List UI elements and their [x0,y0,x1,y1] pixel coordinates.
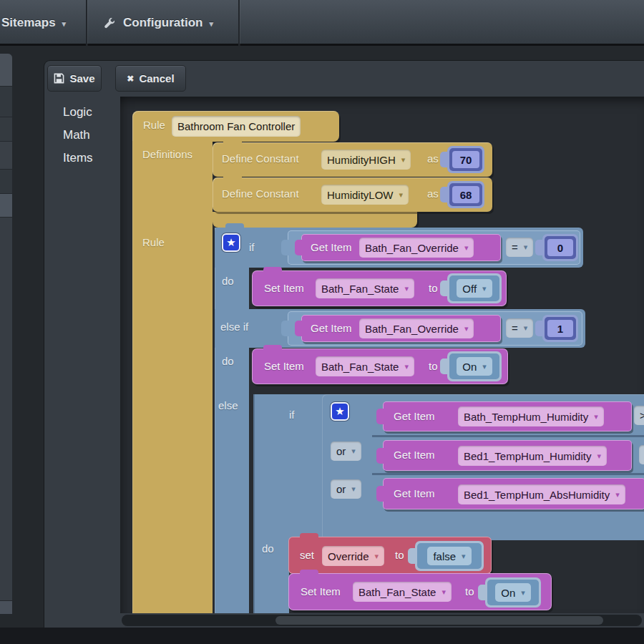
rule-block-header[interactable]: Rule Bathroom Fan Controller [132,111,339,142]
tab-configuration[interactable]: Configuration ▾ [103,0,213,46]
item-dropdown[interactable]: Bath_Fan_Override ▾ [359,238,474,258]
number-field[interactable]: 0 [547,239,573,256]
if-label: if [289,409,295,421]
chevron-down-icon: ▾ [524,323,528,333]
state-dropdown[interactable]: Off ▾ [457,279,492,298]
or-logic-block[interactable]: ★ Get Item Bath_TempHum_Humidity ▾ > or … [322,394,644,540]
mutator-star-icon[interactable]: ★ [331,402,349,421]
list-item[interactable] [0,170,12,194]
nested-if-body[interactable] [253,394,289,613]
chevron-down-icon: ▾ [351,447,356,456]
list-item[interactable] [0,87,12,117]
chevron-down-icon: ▾ [399,190,404,200]
else-if-label: else if [220,321,248,333]
chevron-down-icon: ▾ [404,284,409,293]
do-label: do [222,355,234,367]
list-item[interactable] [0,194,12,218]
item-dropdown[interactable]: Bath_TempHum_Humidity ▾ [458,406,604,426]
item-dropdown[interactable]: Bed1_TempHum_AbsHumidity ▾ [458,484,625,504]
value-socket: On ▾ [447,351,502,381]
get-item-block[interactable]: Get Item Bed1_TempHum_Humidity ▾ [383,440,632,471]
toolbox-category-items[interactable]: Items [63,151,113,168]
number-field[interactable]: 70 [452,151,479,168]
chevron-down-icon: ▾ [462,552,466,561]
item-dropdown[interactable]: Bath_Fan_State ▾ [353,582,452,602]
toolbox-category-math[interactable]: Math [63,128,113,145]
tab-sitemaps[interactable]: Sitemaps ▾ [1,0,66,46]
define-constant-block[interactable]: Define Constant HumidityLOW ▾ as 68 [213,177,492,212]
constant-dropdown[interactable]: HumidityLOW ▾ [321,185,409,205]
list-item[interactable] [0,601,12,614]
set-item-block[interactable]: Set Item Bath_Fan_State ▾ to On ▾ [252,348,508,384]
toolbox-category-logic[interactable]: Logic [63,105,113,122]
or-dropdown[interactable]: or ▾ [331,479,361,499]
item-dropdown[interactable]: Bed1_TempHum_Humidity ▾ [458,446,607,466]
define-constant-label: Define Constant [222,152,299,165]
rule-label: Rule [143,119,165,131]
set-item-label: Set Item [264,360,304,372]
as-label: as [427,187,439,200]
define-constant-block[interactable]: Define Constant HumidityHIGH ▾ as 70 [213,142,492,177]
chevron-down-icon: ▾ [521,588,525,597]
compare-block[interactable]: Get Item Bath_Fan_Override ▾ = ▾ 0 [288,230,580,265]
set-label: set [300,549,314,561]
chevron-down-icon: ▾ [597,452,601,461]
if-block-header[interactable]: ★ if Get Item Bath_Fan_Override ▾ = ▾ 0 [215,228,583,268]
rule-block-body[interactable]: Definitions Rule [132,141,213,613]
operator-dropdown[interactable]: = ▾ [506,318,533,338]
set-item-label: Set Item [301,585,341,597]
list-item[interactable] [0,142,12,170]
chevron-down-icon: ▾ [524,243,528,252]
item-dropdown[interactable]: Bath_Fan_Override ▾ [359,318,474,338]
list-item[interactable] [0,117,12,142]
get-item-block[interactable]: Get Item Bath_TempHum_Humidity ▾ [383,401,632,431]
set-item-block[interactable]: Set Item Bath_Fan_State ▾ to On ▾ [288,573,552,610]
set-item-block[interactable]: Set Item Bath_Fan_State ▾ to Off ▾ [252,270,507,306]
chevron-down-icon: ▾ [464,243,469,253]
get-item-block[interactable]: Get Item Bath_Fan_Override ▾ [301,315,501,342]
value-socket: false ▾ [415,541,484,571]
number-socket: 68 [447,181,484,208]
number-field[interactable]: 1 [547,320,573,337]
variable-dropdown[interactable]: Override ▾ [322,546,384,566]
get-item-label: Get Item [394,410,435,422]
or-dropdown[interactable]: or ▾ [331,441,361,461]
cancel-button-label: Cancel [139,72,174,84]
compare-block[interactable]: Get Item Bath_Fan_Override ▾ = ▾ 1 [288,311,582,346]
set-variable-block[interactable]: set Override ▾ to false ▾ [288,537,492,574]
close-icon: ✖ [127,74,134,84]
sidebar-strip [0,54,12,614]
rule-name-field[interactable]: Bathroom Fan Controller [172,116,301,137]
navbar-divider [86,0,87,46]
constant-dropdown[interactable]: HumidityHIGH ▾ [321,150,411,170]
app-window: Sitemaps ▾ Configuration ▾ Save ✖ [0,0,644,644]
operator-dropdown[interactable]: = ▾ [506,238,533,257]
number-socket: 70 [447,146,484,173]
chevron-down-icon: ▾ [441,587,446,597]
chevron-down-icon: ▾ [464,324,469,333]
else-if-row[interactable]: else if Get Item Bath_Fan_Override ▾ = ▾… [215,309,585,348]
item-dropdown[interactable]: Bath_Fan_State ▾ [316,356,414,376]
cancel-button[interactable]: ✖ Cancel [115,65,186,92]
get-item-label: Get Item [311,241,352,253]
number-field[interactable]: 68 [452,186,479,203]
list-item[interactable] [0,54,12,87]
operator-dropdown[interactable] [639,445,644,464]
to-label: to [429,360,438,372]
row-divider [372,435,644,437]
chevron-down-icon: ▾ [482,284,487,293]
item-dropdown[interactable]: Bath_Fan_State ▾ [316,278,414,298]
state-dropdown[interactable]: On ▾ [457,357,492,376]
get-item-block[interactable]: Get Item Bath_Fan_Override ▾ [301,234,501,261]
to-label: to [395,549,404,561]
if-label: if [249,241,255,253]
boolean-dropdown[interactable]: false ▾ [427,547,471,565]
row-divider [372,473,644,475]
horizontal-scrollbar-thumb[interactable] [275,616,603,625]
state-dropdown[interactable]: On ▾ [495,583,531,602]
mutator-star-icon[interactable]: ★ [222,233,240,252]
save-button[interactable]: Save [47,65,102,92]
get-item-block[interactable]: Get Item Bed1_TempHum_AbsHumidity ▾ [383,478,644,509]
operator-dropdown[interactable]: > [634,406,644,425]
else-label: else [218,399,238,411]
